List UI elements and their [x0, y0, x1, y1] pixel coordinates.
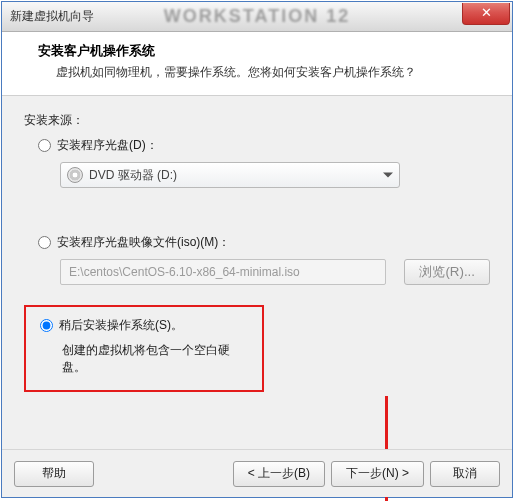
- title-bar: 新建虚拟机向导 WORKSTATION 12 ✕: [2, 2, 512, 32]
- radio-iso[interactable]: [38, 236, 51, 249]
- close-button[interactable]: ✕: [462, 3, 510, 25]
- option-iso-group: 安装程序光盘映像文件(iso)(M)： 浏览(R)...: [38, 234, 490, 285]
- wizard-body: 安装来源： 安装程序光盘(D)： DVD 驱动器 (D:) 安装程序光盘映像文件…: [2, 96, 512, 392]
- option-later-highlight: 稍后安装操作系统(S)。 创建的虚拟机将包含一个空白硬盘。: [24, 305, 264, 392]
- page-heading: 安装客户机操作系统: [38, 42, 492, 60]
- cd-icon: [67, 167, 83, 183]
- window-title: 新建虚拟机向导: [10, 8, 94, 25]
- disc-drive-value: DVD 驱动器 (D:): [89, 167, 177, 184]
- iso-path-input[interactable]: [60, 259, 386, 285]
- radio-later-label[interactable]: 稍后安装操作系统(S)。: [59, 317, 183, 334]
- radio-later[interactable]: [40, 319, 53, 332]
- background-watermark: WORKSTATION 12: [164, 6, 350, 27]
- next-button[interactable]: 下一步(N) >: [331, 461, 424, 487]
- wizard-window: 新建虚拟机向导 WORKSTATION 12 ✕ 安装客户机操作系统 虚拟机如同…: [1, 1, 513, 498]
- radio-disc-label[interactable]: 安装程序光盘(D)：: [57, 137, 158, 154]
- option-disc-group: 安装程序光盘(D)： DVD 驱动器 (D:): [38, 137, 490, 188]
- radio-iso-label[interactable]: 安装程序光盘映像文件(iso)(M)：: [57, 234, 230, 251]
- browse-button[interactable]: 浏览(R)...: [404, 259, 490, 285]
- close-icon: ✕: [481, 5, 492, 20]
- page-subheading: 虚拟机如同物理机，需要操作系统。您将如何安装客户机操作系统？: [56, 64, 492, 81]
- help-button[interactable]: 帮助: [14, 461, 94, 487]
- cancel-button[interactable]: 取消: [430, 461, 500, 487]
- wizard-footer: 帮助 < 上一步(B) 下一步(N) > 取消: [2, 449, 512, 497]
- wizard-header: 安装客户机操作系统 虚拟机如同物理机，需要操作系统。您将如何安装客户机操作系统？: [2, 32, 512, 96]
- later-description: 创建的虚拟机将包含一个空白硬盘。: [62, 342, 248, 376]
- back-button[interactable]: < 上一步(B): [233, 461, 325, 487]
- radio-disc[interactable]: [38, 139, 51, 152]
- install-source-label: 安装来源：: [24, 112, 490, 129]
- disc-drive-dropdown[interactable]: DVD 驱动器 (D:): [60, 162, 400, 188]
- chevron-down-icon: [383, 173, 393, 178]
